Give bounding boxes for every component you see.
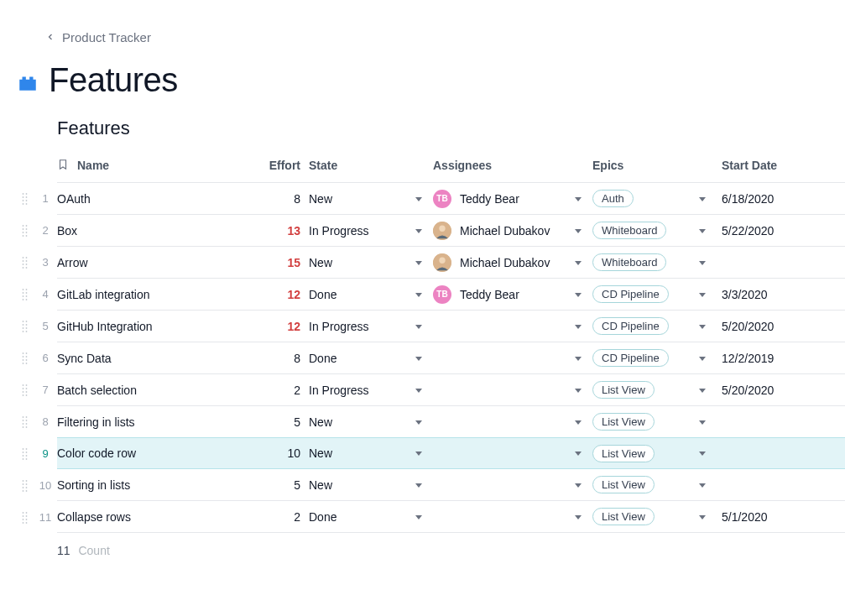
avatar[interactable]: TB: [433, 285, 451, 304]
epic-dropdown-icon[interactable]: [698, 227, 707, 235]
table-row[interactable]: Sync Data8DoneCD Pipeline12/2/2019: [57, 342, 845, 374]
chevron-left-icon[interactable]: [45, 31, 55, 44]
cell-name[interactable]: GitHub Integration: [57, 320, 153, 333]
table-row[interactable]: Batch selection2In ProgressList View5/20…: [57, 374, 845, 406]
cell-start-date[interactable]: 6/18/2020: [717, 192, 834, 206]
row-number[interactable]: 5: [34, 311, 57, 342]
row-drag-handle[interactable]: [17, 342, 34, 374]
epic-tag[interactable]: Whiteboard: [592, 253, 666, 271]
row-drag-handle[interactable]: [17, 279, 34, 311]
cell-effort[interactable]: 8: [267, 352, 309, 365]
state-dropdown-icon[interactable]: [415, 195, 423, 203]
assignee-dropdown-icon[interactable]: [574, 354, 582, 363]
epic-dropdown-icon[interactable]: [698, 386, 707, 394]
table-row[interactable]: GitLab integration12DoneTBTeddy BearCD P…: [57, 279, 845, 311]
cell-start-date[interactable]: 5/22/2020: [717, 224, 834, 238]
cell-state[interactable]: Done: [309, 352, 336, 365]
state-dropdown-icon[interactable]: [415, 386, 423, 394]
epic-tag[interactable]: CD Pipeline: [592, 285, 669, 303]
epic-tag[interactable]: List View: [592, 413, 655, 431]
row-number[interactable]: 10: [34, 470, 57, 502]
table-row[interactable]: Color code row10NewList View: [57, 437, 845, 469]
epic-dropdown-icon[interactable]: [698, 354, 707, 363]
row-number[interactable]: 7: [34, 374, 57, 406]
cell-effort[interactable]: 2: [267, 510, 309, 524]
assignee-dropdown-icon[interactable]: [574, 227, 582, 235]
cell-effort[interactable]: 12: [267, 320, 309, 333]
row-number[interactable]: 11: [34, 502, 57, 534]
table-row[interactable]: OAuth8NewTBTeddy BearAuth6/18/2020: [57, 183, 845, 215]
assignee-dropdown-icon[interactable]: [574, 258, 582, 267]
col-header-epics[interactable]: Epics: [592, 159, 717, 172]
col-header-effort[interactable]: Effort: [267, 159, 309, 172]
row-number[interactable]: 4: [34, 279, 57, 311]
row-drag-handle[interactable]: [17, 374, 34, 406]
cell-state[interactable]: New: [309, 478, 332, 492]
state-dropdown-icon[interactable]: [415, 227, 423, 235]
col-header-state[interactable]: State: [309, 159, 433, 172]
epic-tag[interactable]: List View: [592, 381, 655, 399]
cell-state[interactable]: Done: [309, 288, 336, 301]
state-dropdown-icon[interactable]: [415, 354, 423, 363]
epic-dropdown-icon[interactable]: [698, 195, 707, 203]
row-number[interactable]: 3: [34, 247, 57, 279]
cell-name[interactable]: OAuth: [57, 192, 91, 206]
epic-dropdown-icon[interactable]: [698, 290, 707, 299]
epic-tag[interactable]: List View: [592, 445, 655, 462]
row-drag-handle[interactable]: [17, 247, 34, 279]
cell-state[interactable]: In Progress: [309, 224, 369, 238]
row-number[interactable]: 2: [34, 215, 57, 247]
cell-start-date[interactable]: 5/1/2020: [717, 510, 834, 524]
cell-effort[interactable]: 8: [267, 192, 309, 206]
col-header-name[interactable]: Name: [57, 159, 267, 172]
epic-dropdown-icon[interactable]: [698, 481, 707, 489]
epic-dropdown-icon[interactable]: [698, 322, 707, 331]
state-dropdown-icon[interactable]: [415, 481, 423, 489]
assignee-dropdown-icon[interactable]: [574, 481, 582, 489]
row-number[interactable]: 9: [34, 438, 57, 470]
cell-start-date[interactable]: 5/20/2020: [717, 320, 834, 333]
row-number[interactable]: 6: [34, 342, 57, 374]
cell-start-date[interactable]: 12/2/2019: [717, 352, 834, 365]
cell-name[interactable]: Collapse rows: [57, 510, 131, 524]
state-dropdown-icon[interactable]: [415, 449, 423, 457]
cell-effort[interactable]: 10: [267, 446, 309, 460]
row-number[interactable]: 1: [34, 183, 57, 215]
cell-state[interactable]: Done: [309, 510, 336, 524]
cell-effort[interactable]: 13: [267, 224, 309, 238]
cell-name[interactable]: Arrow: [57, 256, 88, 269]
row-drag-handle[interactable]: [17, 406, 34, 438]
cell-name[interactable]: Sorting in lists: [57, 478, 130, 492]
cell-state[interactable]: In Progress: [309, 384, 369, 397]
row-drag-handle[interactable]: [17, 183, 34, 215]
row-drag-handle[interactable]: [17, 438, 34, 470]
epic-tag[interactable]: List View: [592, 476, 655, 493]
cell-effort[interactable]: 5: [267, 478, 309, 492]
cell-name[interactable]: Filtering in lists: [57, 415, 135, 429]
row-drag-handle[interactable]: [17, 470, 34, 502]
state-dropdown-icon[interactable]: [415, 290, 423, 299]
row-drag-handle[interactable]: [17, 311, 34, 342]
table-row[interactable]: Sorting in lists5NewList View: [57, 469, 845, 501]
row-drag-handle[interactable]: [17, 215, 34, 247]
table-row[interactable]: Box13In ProgressMichael DubakovWhiteboar…: [57, 215, 845, 247]
assignee-dropdown-icon[interactable]: [574, 386, 582, 394]
avatar[interactable]: TB: [433, 190, 451, 208]
col-header-assignees[interactable]: Assignees: [433, 159, 592, 172]
cell-name[interactable]: Sync Data: [57, 352, 112, 365]
row-drag-handle[interactable]: [17, 502, 34, 534]
epic-dropdown-icon[interactable]: [698, 449, 707, 457]
state-dropdown-icon[interactable]: [415, 322, 423, 331]
breadcrumb-back[interactable]: Product Tracker: [62, 30, 151, 44]
col-header-startdate[interactable]: Start Date: [717, 159, 834, 172]
row-number[interactable]: 8: [34, 406, 57, 438]
epic-dropdown-icon[interactable]: [698, 418, 707, 426]
assignee-dropdown-icon[interactable]: [574, 195, 582, 203]
cell-start-date[interactable]: 3/3/2020: [717, 288, 834, 301]
assignee-dropdown-icon[interactable]: [574, 418, 582, 426]
epic-tag[interactable]: Auth: [592, 190, 634, 207]
assignee-dropdown-icon[interactable]: [574, 322, 582, 331]
epic-dropdown-icon[interactable]: [698, 258, 707, 267]
cell-state[interactable]: New: [309, 256, 332, 269]
assignee-dropdown-icon[interactable]: [574, 513, 582, 521]
